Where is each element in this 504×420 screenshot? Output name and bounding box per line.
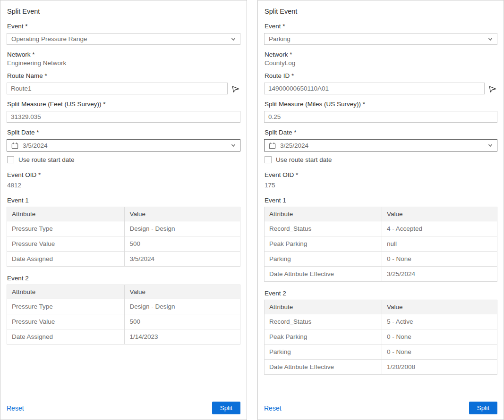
value-cell: Design - Design bbox=[125, 299, 240, 314]
attribute-cell: Pressure Type bbox=[7, 221, 125, 236]
route-input[interactable] bbox=[7, 83, 228, 94]
chevron-down-icon bbox=[487, 143, 493, 148]
value-column-header: Value bbox=[125, 207, 240, 221]
event-select[interactable]: Operating Pressure Range bbox=[7, 33, 240, 45]
event2-heading: Event 2 bbox=[7, 275, 240, 282]
attribute-cell: Date Attribute Effective bbox=[265, 360, 382, 375]
attribute-cell: Record_Status bbox=[265, 314, 382, 329]
event-oid-label: Event OID * bbox=[7, 171, 240, 178]
route-input[interactable] bbox=[264, 83, 485, 94]
event-select-value: Parking bbox=[269, 35, 487, 42]
measure-input[interactable] bbox=[264, 111, 497, 123]
attribute-cell: Pressure Value bbox=[7, 314, 125, 329]
split-button[interactable]: Split bbox=[212, 402, 240, 414]
event-label: Event * bbox=[7, 23, 240, 30]
value-column-header: Value bbox=[125, 285, 240, 299]
table-row: Parking 0 - None bbox=[265, 344, 497, 360]
date-label: Split Date * bbox=[265, 129, 497, 136]
value-cell: 0 - None bbox=[382, 329, 497, 344]
split-button[interactable]: Split bbox=[469, 402, 497, 414]
value-column-header: Value bbox=[382, 207, 497, 221]
value-cell: 3/25/2024 bbox=[382, 267, 497, 282]
pointer-arrow-icon bbox=[231, 84, 240, 93]
split-event-panel-right: Split Event Event * Parking Network * Co… bbox=[257, 0, 504, 420]
page-title: Split Event bbox=[7, 8, 240, 15]
event-select[interactable]: Parking bbox=[264, 33, 497, 45]
table-header-row: Attribute Value bbox=[265, 300, 497, 314]
route-label: Route Name * bbox=[7, 72, 240, 79]
event-oid-value: 4812 bbox=[7, 182, 240, 189]
route-picker-arrow-button[interactable] bbox=[488, 84, 497, 94]
use-route-start-date-checkbox[interactable] bbox=[7, 156, 14, 163]
measure-label: Split Measure (Miles (US Survey)) * bbox=[265, 101, 497, 108]
table-row: Record_Status 5 - Active bbox=[265, 314, 497, 329]
value-column-header: Value bbox=[382, 300, 497, 314]
table-header-row: Attribute Value bbox=[7, 207, 240, 221]
table-row: Record_Status 4 - Accepted bbox=[265, 221, 497, 236]
value-cell: 0 - None bbox=[382, 344, 497, 360]
attribute-cell: Peak Parking bbox=[265, 329, 382, 344]
page-title: Split Event bbox=[265, 8, 497, 15]
event1-heading: Event 1 bbox=[265, 197, 497, 204]
table-row: Pressure Value 500 bbox=[7, 314, 240, 329]
attribute-cell: Pressure Value bbox=[7, 236, 125, 252]
value-cell: 1/20/2008 bbox=[382, 360, 497, 375]
split-date-picker[interactable]: 3/25/2024 bbox=[264, 139, 497, 151]
panel-actions: Reset Split bbox=[264, 402, 497, 414]
split-date-value: 3/25/2024 bbox=[280, 142, 487, 149]
use-route-start-date-checkbox[interactable] bbox=[265, 156, 272, 163]
attribute-cell: Pressure Type bbox=[7, 299, 125, 314]
split-event-panel-left: Split Event Event * Operating Pressure R… bbox=[0, 0, 247, 420]
date-label: Split Date * bbox=[7, 129, 240, 136]
table-row: Pressure Type Design - Design bbox=[7, 221, 240, 236]
event-select-value: Operating Pressure Range bbox=[11, 35, 231, 42]
event1-table: Attribute Value Record_Status 4 - Accept… bbox=[264, 207, 497, 282]
value-cell: 5 - Active bbox=[382, 314, 497, 329]
table-row: Parking 0 - None bbox=[265, 252, 497, 267]
value-cell: 3/5/2024 bbox=[125, 252, 240, 267]
value-cell: Design - Design bbox=[125, 221, 240, 236]
table-row: Date Assigned 3/5/2024 bbox=[7, 252, 240, 267]
use-route-start-date-label: Use route start date bbox=[18, 156, 75, 163]
table-row: Pressure Type Design - Design bbox=[7, 299, 240, 314]
event-oid-value: 175 bbox=[265, 182, 497, 189]
attribute-cell: Parking bbox=[265, 252, 382, 267]
attribute-cell: Date Attribute Effective bbox=[265, 267, 382, 282]
table-row: Peak Parking null bbox=[265, 236, 497, 252]
event1-heading: Event 1 bbox=[7, 197, 240, 204]
table-header-row: Attribute Value bbox=[265, 207, 497, 221]
network-label: Network * bbox=[7, 51, 240, 58]
attribute-cell: Date Assigned bbox=[7, 329, 125, 344]
route-picker-arrow-button[interactable] bbox=[231, 84, 240, 94]
table-row: Date Assigned 1/14/2023 bbox=[7, 329, 240, 344]
value-cell: 500 bbox=[125, 236, 240, 252]
table-row: Date Attribute Effective 3/25/2024 bbox=[265, 267, 497, 282]
attribute-column-header: Attribute bbox=[7, 285, 125, 299]
attribute-cell: Record_Status bbox=[265, 221, 382, 236]
use-route-start-date-row: Use route start date bbox=[7, 156, 240, 163]
route-label: Route ID * bbox=[265, 72, 497, 79]
attribute-cell: Date Assigned bbox=[7, 252, 125, 267]
calendar-icon bbox=[11, 142, 19, 150]
chevron-down-icon bbox=[231, 36, 236, 42]
reset-link[interactable]: Reset bbox=[264, 404, 282, 412]
network-value: CountyLog bbox=[265, 59, 497, 67]
attribute-cell: Parking bbox=[265, 344, 382, 360]
chevron-down-icon bbox=[231, 143, 236, 148]
value-cell: 500 bbox=[125, 314, 240, 329]
event-oid-label: Event OID * bbox=[265, 171, 497, 178]
split-event-widgets: Split Event Event * Operating Pressure R… bbox=[0, 0, 504, 420]
event2-table: Attribute Value Pressure Type Design - D… bbox=[7, 285, 240, 344]
use-route-start-date-row: Use route start date bbox=[265, 156, 497, 163]
reset-link[interactable]: Reset bbox=[7, 404, 24, 412]
route-field-row bbox=[264, 83, 497, 94]
attribute-cell: Peak Parking bbox=[265, 236, 382, 252]
value-cell: 4 - Accepted bbox=[382, 221, 497, 236]
panel-actions: Reset Split bbox=[7, 402, 240, 414]
attribute-column-header: Attribute bbox=[265, 207, 382, 221]
table-row: Date Attribute Effective 1/20/2008 bbox=[265, 360, 497, 375]
chevron-down-icon bbox=[487, 36, 493, 42]
measure-input[interactable] bbox=[7, 111, 240, 123]
value-cell: null bbox=[382, 236, 497, 252]
split-date-picker[interactable]: 3/5/2024 bbox=[7, 139, 240, 151]
